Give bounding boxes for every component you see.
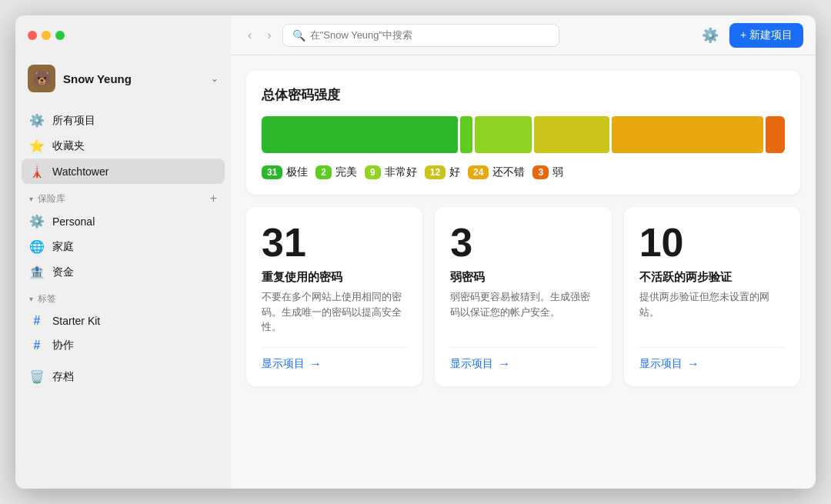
strength-bar <box>262 116 785 153</box>
arrow-icon: → <box>687 357 699 371</box>
search-input[interactable] <box>310 29 549 41</box>
issue-description: 不要在多个网站上使用相同的密码。生成唯一的密码以提高安全性。 <box>262 289 407 335</box>
strength-segment <box>534 116 610 153</box>
sidebar-item-funds-label: 资金 <box>52 265 74 279</box>
issue-subtitle: 弱密码 <box>450 270 596 285</box>
new-item-label: + 新建项目 <box>740 28 793 42</box>
strength-segment <box>612 116 763 153</box>
add-vault-button[interactable]: + <box>210 192 217 205</box>
sidebar-item-archive-label: 存档 <box>52 370 74 384</box>
sidebar-item-favorites[interactable]: ⭐ 收藏夹 <box>22 133 225 159</box>
sidebar-item-family-label: 家庭 <box>52 240 74 254</box>
legend-badge: 12 <box>425 165 446 179</box>
issue-number: 10 <box>639 222 785 262</box>
sidebar-item-starter-kit[interactable]: # Starter Kit <box>22 309 225 333</box>
close-button[interactable] <box>28 31 37 40</box>
issue-subtitle: 不活跃的两步验证 <box>639 270 785 285</box>
tags-chevron-icon: ▾ <box>29 295 33 303</box>
legend-label: 好 <box>449 165 460 179</box>
sidebar-item-watchtower[interactable]: 🗼 Watchtower <box>22 159 225 184</box>
legend-item: 2完美 <box>315 165 357 179</box>
sidebar-item-all[interactable]: ⚙️ 所有项目 <box>22 108 225 133</box>
issue-number: 3 <box>450 222 596 262</box>
strength-legend: 31极佳2完美9非常好12好24还不错3弱 <box>262 165 785 179</box>
vault-chevron-icon: ▾ <box>29 195 33 203</box>
legend-badge: 3 <box>532 165 549 179</box>
family-vault-icon: 🌐 <box>29 239 45 254</box>
legend-item: 9非常好 <box>365 165 417 179</box>
strength-segment <box>262 116 458 153</box>
traffic-lights <box>28 31 65 40</box>
show-items-link[interactable]: 显示项目→ <box>262 347 407 371</box>
titlebar <box>15 15 231 55</box>
user-name: Snow Yeung <box>63 72 203 85</box>
vault-section-header: ▾ 保险库 + <box>22 184 225 209</box>
vault-section-label: 保险库 <box>38 192 205 205</box>
sidebar-item-collab-label: 协作 <box>52 339 74 352</box>
arrow-icon: → <box>498 357 510 371</box>
sidebar-item-watchtower-label: Watchtower <box>52 165 108 178</box>
legend-label: 弱 <box>552 165 563 179</box>
strength-card: 总体密码强度 31极佳2完美9非常好12好24还不错3弱 <box>246 71 800 195</box>
issue-description: 弱密码更容易被猜到。生成强密码以保证您的帐户安全。 <box>450 289 596 319</box>
show-items-link[interactable]: 显示项目→ <box>639 347 785 371</box>
forward-button[interactable]: › <box>262 25 275 45</box>
settings-button[interactable]: ⚙️ <box>699 24 722 47</box>
legend-badge: 24 <box>468 165 489 179</box>
new-item-button[interactable]: + 新建项目 <box>729 23 803 48</box>
sidebar-item-personal-label: Personal <box>52 215 95 228</box>
legend-item: 12好 <box>425 165 460 179</box>
strength-segment <box>475 116 532 153</box>
fullscreen-button[interactable] <box>55 31 65 40</box>
legend-badge: 2 <box>315 165 332 179</box>
tag-icon: # <box>29 314 45 328</box>
issue-card-2fa: 10不活跃的两步验证提供两步验证但您未设置的网站。显示项目→ <box>624 207 800 386</box>
show-items-label: 显示项目 <box>639 357 682 371</box>
main-content: ‹ › 🔍 ⚙️ + 新建项目 总体密码强度 31极佳2完美9非常好12好24还… <box>231 15 816 489</box>
sidebar-item-favorites-label: 收藏夹 <box>52 139 85 153</box>
personal-vault-icon: ⚙️ <box>29 214 45 229</box>
avatar: 🐻 <box>28 65 55 92</box>
sidebar-item-personal[interactable]: ⚙️ Personal <box>22 209 225 234</box>
toolbar-right: ⚙️ + 新建项目 <box>699 23 803 48</box>
show-items-label: 显示项目 <box>450 357 493 371</box>
content-area: 总体密码强度 31极佳2完美9非常好12好24还不错3弱 31重复使用的密码不要… <box>231 55 816 489</box>
back-button[interactable]: ‹ <box>243 25 256 45</box>
chevron-down-icon: ⌄ <box>211 73 219 84</box>
legend-item: 24还不错 <box>468 165 525 179</box>
tags-section-label: 标签 <box>38 292 217 305</box>
user-profile[interactable]: 🐻 Snow Yeung ⌄ <box>15 55 231 105</box>
sidebar-item-funds[interactable]: 🏦 资金 <box>22 259 225 285</box>
sidebar-item-collab[interactable]: # 协作 <box>22 333 225 358</box>
search-bar[interactable]: 🔍 <box>282 24 559 47</box>
legend-label: 极佳 <box>286 165 308 179</box>
strength-segment <box>766 116 785 153</box>
search-icon: 🔍 <box>292 29 305 42</box>
issue-subtitle: 重复使用的密码 <box>262 270 407 285</box>
arrow-icon: → <box>309 357 322 371</box>
sidebar-item-starter-kit-label: Starter Kit <box>52 315 100 327</box>
legend-item: 3弱 <box>532 165 563 179</box>
archive-icon: 🗑️ <box>29 369 45 384</box>
legend-label: 完美 <box>335 165 357 179</box>
app-window: 🐻 Snow Yeung ⌄ ⚙️ 所有项目 ⭐ 收藏夹 🗼 Watchtowe… <box>15 15 816 489</box>
legend-item: 31极佳 <box>262 165 308 179</box>
sidebar: 🐻 Snow Yeung ⌄ ⚙️ 所有项目 ⭐ 收藏夹 🗼 Watchtowe… <box>15 15 231 489</box>
grid-icon: ⚙️ <box>29 113 45 128</box>
legend-label: 还不错 <box>492 165 525 179</box>
issue-description: 提供两步验证但您未设置的网站。 <box>639 289 785 319</box>
show-items-link[interactable]: 显示项目→ <box>450 347 596 371</box>
sidebar-item-family[interactable]: 🌐 家庭 <box>22 234 225 259</box>
issue-card-weak: 3弱密码弱密码更容易被猜到。生成强密码以保证您的帐户安全。显示项目→ <box>435 207 611 386</box>
sidebar-item-all-label: 所有项目 <box>52 114 95 128</box>
sidebar-nav: ⚙️ 所有项目 ⭐ 收藏夹 🗼 Watchtower ▾ 保险库 + ⚙️ Pe… <box>15 105 231 489</box>
tags-section-header: ▾ 标签 <box>22 285 225 309</box>
sidebar-item-archive[interactable]: 🗑️ 存档 <box>22 364 225 389</box>
minimize-button[interactable] <box>42 31 51 40</box>
legend-badge: 31 <box>262 165 282 179</box>
funds-vault-icon: 🏦 <box>29 265 45 279</box>
tag-collab-icon: # <box>29 339 45 352</box>
watchtower-icon: 🗼 <box>29 164 45 179</box>
issue-cards-row: 31重复使用的密码不要在多个网站上使用相同的密码。生成唯一的密码以提高安全性。显… <box>246 207 800 386</box>
star-icon: ⭐ <box>29 139 45 153</box>
